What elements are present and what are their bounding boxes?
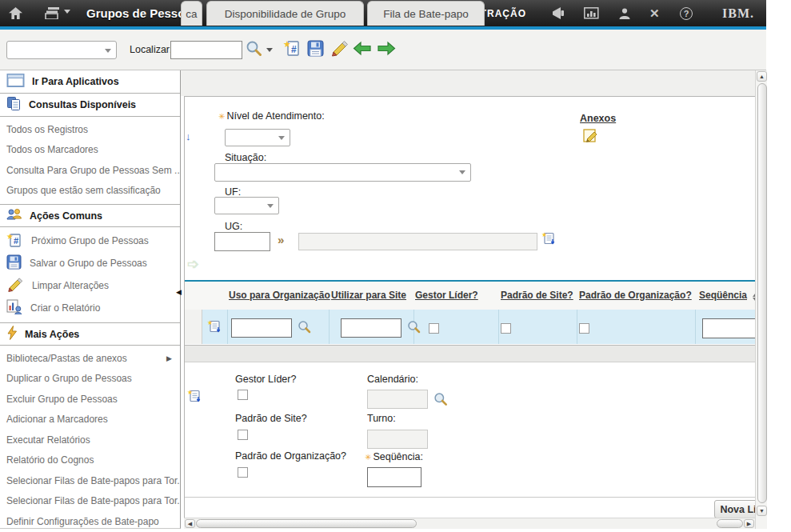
sequencia-input[interactable] (367, 467, 421, 487)
save-icon[interactable] (307, 40, 324, 59)
table-header-row: Uso para Organização Utilizar para Site … (185, 282, 755, 310)
column-header-utilizar-para-site[interactable]: Utilizar para Site (331, 290, 406, 301)
horizontal-scroll-endcap[interactable] (717, 519, 743, 528)
detail-menu-icon[interactable]: ★ (207, 319, 222, 336)
svg-text:★: ★ (187, 389, 193, 396)
situacao-select[interactable] (214, 163, 471, 182)
bar-chart-icon[interactable] (584, 7, 599, 19)
query-select[interactable] (6, 41, 117, 59)
calendario-field (367, 390, 428, 409)
gestor-lider-label: Gestor Líder? (235, 374, 296, 385)
padrao-organizacao-checkbox[interactable] (238, 467, 248, 478)
sidebar-collapse-icon[interactable]: ◀ (176, 288, 182, 296)
required-icon: ✳ (365, 453, 371, 462)
column-header-padrao-de-site[interactable]: Padrão de Site? (501, 290, 573, 301)
scroll-right-button[interactable]: ▶ (744, 519, 754, 528)
common-actions-icon (6, 208, 22, 224)
table-filter-row: ★ (185, 310, 755, 344)
pale-next-arrow-icon: ➩ (187, 255, 199, 273)
attachments-icon[interactable] (582, 128, 600, 146)
search-icon[interactable] (433, 392, 448, 409)
horizontal-scrollbar[interactable]: ◀ ▶ (184, 518, 755, 529)
sidebar-item-relatorio-cognos[interactable]: Relatório do Cognos (0, 450, 180, 471)
search-icon[interactable] (246, 40, 262, 59)
column-header-padrao-de-organizacao[interactable]: Padrão de Organização? (579, 290, 692, 301)
sidebar-item-criar-relatorio[interactable]: Criar o Relatório (0, 297, 180, 319)
detail-menu-icon[interactable]: ★ (187, 389, 202, 406)
sidebar-item-todos-os-marcadores[interactable]: Todos os Marcadores (0, 140, 180, 161)
tab-disponibilidade-de-grupo[interactable]: Disponibilidade de Grupo (206, 1, 364, 26)
ug-input[interactable] (214, 232, 270, 251)
column-header-gestor-lider[interactable]: Gestor Líder? (415, 290, 478, 301)
filter-padrao-organizacao-checkbox[interactable] (579, 323, 589, 334)
padrao-site-checkbox[interactable] (238, 430, 248, 440)
sidebar-item-todos-os-registros[interactable]: Todos os Registros (0, 119, 180, 140)
horizontal-scroll-thumb[interactable] (196, 519, 417, 528)
go-to-chevrons-icon[interactable]: » (278, 233, 284, 246)
sidebar-item-salvar-grupo[interactable]: Salvar o Grupo de Pessoas (0, 252, 180, 274)
localizar-input[interactable] (170, 41, 242, 59)
tab-partial[interactable]: ca (181, 1, 202, 26)
nivel-atendimento-select[interactable] (225, 129, 290, 146)
scroll-up-button[interactable]: ▲ (757, 71, 767, 82)
close-session-icon[interactable]: ✕ (649, 6, 660, 21)
search-icon[interactable] (407, 320, 421, 336)
filter-padrao-site-checkbox[interactable] (501, 323, 511, 334)
window-list-caret-icon[interactable] (64, 10, 70, 17)
gestor-lider-checkbox[interactable] (238, 390, 248, 400)
anexos-link[interactable]: Anexos (580, 113, 616, 124)
nova-linha-button[interactable]: Nova Li (714, 500, 755, 518)
previous-record-icon[interactable] (353, 40, 372, 59)
sidebar-item-duplicar-grupo[interactable]: Duplicar o Grupo de Pessoas (0, 369, 180, 390)
detail-menu-icon[interactable]: ★ (541, 231, 557, 248)
ug-label: UG: (225, 221, 242, 232)
svg-text:★: ★ (283, 39, 291, 49)
tab-fila-de-bate-papo[interactable]: Fila de Bate-papo (367, 1, 485, 26)
column-divider (498, 310, 499, 344)
window-list-icon[interactable] (45, 7, 60, 19)
situacao-label: Situação: (225, 152, 266, 163)
sidebar-item-selecionar-filas-1[interactable]: Selecionar Filas de Bate-papos para Tor.… (0, 470, 180, 491)
sidebar-item-ir-para-aplicativos[interactable]: Ir Para Aplicativos (0, 70, 180, 94)
filter-utilizar-site-input[interactable] (341, 318, 401, 338)
sidebar-item-definir-configuracoes[interactable]: Definir Configurações de Bate-papo (0, 511, 180, 529)
search-options-caret-icon[interactable] (266, 48, 273, 55)
scroll-left-button[interactable]: ◀ (185, 519, 195, 528)
sidebar-item-proximo-grupo[interactable]: #★ Próximo Grupo de Pessoas (0, 230, 180, 252)
scroll-down-button[interactable]: ▼ (757, 506, 767, 516)
search-icon[interactable] (298, 320, 311, 336)
filter-uso-organizacao-input[interactable] (231, 318, 292, 338)
svg-text:★: ★ (6, 232, 14, 241)
column-header-uso-para-organizacao[interactable]: Uso para Organização (229, 290, 330, 301)
row-select-cell[interactable] (185, 310, 202, 344)
home-icon[interactable] (8, 6, 23, 20)
sidebar-item-executar-relatorios[interactable]: Executar Relatórios (0, 430, 180, 450)
clear-changes-icon[interactable] (330, 39, 350, 59)
filter-sequencia-input[interactable] (702, 318, 755, 338)
help-icon[interactable]: ? (680, 7, 693, 20)
download-icon[interactable]: ↓ (186, 130, 191, 142)
vertical-scroll-thumb[interactable] (757, 83, 767, 503)
lightning-icon (6, 326, 18, 342)
sidebar-item-consulta-grupo-pessoas-sem[interactable]: Consulta Para Grupo de Pessoas Sem ... (0, 160, 180, 181)
svg-text:★: ★ (541, 231, 547, 238)
uf-select[interactable] (214, 197, 279, 214)
filter-gestor-lider-checkbox[interactable] (429, 323, 439, 334)
next-record-icon[interactable] (377, 40, 396, 59)
announcement-icon[interactable] (551, 6, 567, 20)
sidebar-item-adicionar-marcadores[interactable]: Adicionar a Marcadores (0, 410, 180, 430)
column-header-sequencia[interactable]: Seqüência (699, 290, 747, 301)
sidebar-menu: Ir Para Aplicativos Consultas Disponívei… (0, 70, 181, 529)
new-record-icon[interactable]: #★ (283, 39, 302, 59)
vertical-scrollbar[interactable]: ▲ ▼ (755, 70, 767, 529)
sidebar-item-limpar-alteracoes[interactable]: Limpar Alterações (0, 274, 180, 297)
tab-strip (181, 70, 755, 96)
nivel-atendimento-label: ✳Nível de Atendimento: (218, 110, 325, 122)
sidebar-item-excluir-grupo[interactable]: Excluir Grupo de Pessoas (0, 389, 180, 410)
column-divider (577, 310, 577, 344)
column-divider (227, 310, 228, 344)
sidebar-item-biblioteca-pastas-anexos[interactable]: Biblioteca/Pastas de anexos ▶ (0, 348, 180, 369)
profile-icon[interactable] (618, 7, 631, 20)
sidebar-item-selecionar-filas-2[interactable]: Selecionar Filas de Bate-papos para Tor.… (0, 491, 180, 512)
sidebar-item-grupos-sem-classificacao[interactable]: Grupos que estão sem classificação (0, 181, 180, 202)
